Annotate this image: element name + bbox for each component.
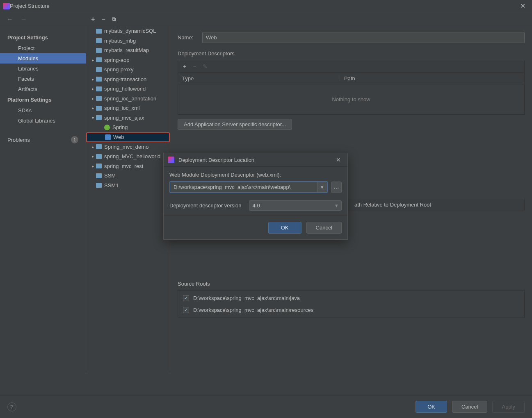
help-icon[interactable]: ?	[7, 402, 16, 411]
source-root-row[interactable]: ✓ D:\workspace\spring_mvc_ajax\src\main\…	[180, 292, 522, 304]
tree-item-ssm1[interactable]: ▸SSM1	[86, 181, 170, 191]
sidebar-item-libraries[interactable]: Libraries	[0, 64, 86, 74]
chevron-icon[interactable]: ▾	[89, 116, 96, 120]
folder-icon	[96, 173, 102, 178]
tree-item-label: Web	[113, 134, 124, 140]
back-icon[interactable]: ←	[7, 16, 13, 23]
col-type: Type	[178, 75, 340, 82]
dd-toolbar: + − ✎	[178, 60, 525, 72]
app-icon	[3, 3, 10, 9]
tree-item-label: spring_mvc_rest	[104, 163, 143, 169]
copy-icon[interactable]: ⧉	[112, 16, 116, 23]
tree-item-spring-mvc-ajax[interactable]: ▾spring_mvc_ajax	[86, 113, 170, 123]
tree-item-spring-mvc-helloworld[interactable]: ▸spring_MVC_helloworld	[86, 152, 170, 161]
forward-icon[interactable]: →	[21, 16, 27, 23]
dd-path-input[interactable]	[170, 182, 317, 192]
add-icon[interactable]: +	[91, 16, 95, 23]
tree-item-spring-ioc-annotation[interactable]: ▸spring_ioc_annotation	[86, 94, 170, 104]
cancel-button[interactable]: Cancel	[452, 401, 487, 413]
folder-icon	[96, 115, 102, 120]
ok-button[interactable]: OK	[416, 401, 447, 413]
version-select[interactable]: 4.0 ▾	[249, 200, 342, 211]
dialog-ok-button[interactable]: OK	[268, 222, 301, 234]
tree-item-label: spring-transaction	[104, 76, 146, 82]
tree-item-mybatis-dynamicsql[interactable]: ▸mybatis_dynamicSQL	[86, 26, 170, 36]
chevron-icon[interactable]: ▸	[89, 145, 96, 149]
folder-icon	[96, 106, 102, 111]
spring-icon	[104, 125, 110, 130]
dialog-titlebar: Deployment Descriptor Location ✕	[164, 153, 347, 167]
tree-item-label: spring-aop	[104, 57, 129, 63]
tree-item-spring-mvc-demo[interactable]: ▸Spring_mvc_demo	[86, 142, 170, 152]
dropdown-icon[interactable]: ▾	[317, 182, 327, 192]
tree-item-web[interactable]: ▸Web	[86, 132, 170, 142]
sidebar: Project Settings Project Modules Librari…	[0, 26, 86, 373]
dd-field-label: Web Module Deployment Descriptor (web.xm…	[169, 172, 342, 178]
app-icon	[168, 157, 174, 163]
tree-item-spring-aop[interactable]: ▸spring-aop	[86, 55, 170, 65]
dd-location-dialog: Deployment Descriptor Location ✕ Web Mod…	[163, 153, 348, 240]
dd-empty: Nothing to show	[178, 84, 525, 115]
tree-item-label: spring_mvc_ajax	[104, 115, 144, 121]
folder-icon	[96, 77, 102, 82]
sidebar-item-problems[interactable]: Problems 1	[0, 134, 86, 145]
name-label: Name:	[178, 34, 202, 41]
close-icon[interactable]: ✕	[517, 0, 529, 11]
sidebar-item-global-libs[interactable]: Global Libraries	[0, 116, 86, 126]
folder-icon	[96, 86, 102, 91]
tree-item-label: spring_ioc_annotation	[104, 95, 156, 102]
tree-item-label: spring_MVC_helloworld	[104, 153, 160, 159]
nav-arrows: ← →	[0, 16, 86, 23]
tree-item-ssm[interactable]: ▸SSM	[86, 171, 170, 181]
remove-icon[interactable]: −	[101, 16, 105, 23]
tree-item-spring-helloworld[interactable]: ▸spring_helloworld	[86, 84, 170, 94]
source-root-path: D:\workspace\spring_mvc_ajax\src\main\re…	[193, 307, 313, 313]
checkbox-icon[interactable]: ✓	[183, 295, 189, 301]
sidebar-item-modules[interactable]: Modules	[0, 53, 86, 64]
sidebar-item-artifacts[interactable]: Artifacts	[0, 84, 86, 94]
source-root-row[interactable]: ✓ D:\workspace\spring_mvc_ajax\src\main\…	[180, 304, 522, 316]
tree-item-spring-proxy[interactable]: ▸spring-proxy	[86, 65, 170, 75]
problems-badge: 1	[71, 136, 78, 143]
folder-icon	[96, 183, 102, 188]
toolbar: ← → + − ⧉	[0, 12, 532, 26]
tree-item-label: SSM	[104, 173, 116, 179]
dd-path-combo[interactable]: ▾	[169, 181, 328, 193]
folder-icon	[96, 96, 102, 101]
dialog-close-icon[interactable]: ✕	[333, 156, 343, 164]
project-settings-heading: Project Settings	[0, 32, 86, 43]
chevron-icon[interactable]: ▸	[89, 164, 96, 168]
checkbox-icon[interactable]: ✓	[183, 307, 189, 313]
dialog-cancel-button[interactable]: Cancel	[306, 222, 342, 234]
tree-item-spring[interactable]: ▸Spring	[86, 123, 170, 132]
tree-item-spring-mvc-rest[interactable]: ▸spring_mvc_rest	[86, 161, 170, 171]
platform-settings-heading: Platform Settings	[0, 94, 86, 105]
version-label: Deployment descriptor version	[169, 202, 242, 209]
sidebar-item-sdks[interactable]: SDKs	[0, 105, 86, 116]
tree-item-spring-ioc-xml[interactable]: ▸spring_ioc_xml	[86, 103, 170, 113]
dd-title: Deployment Descriptors	[178, 50, 525, 57]
chevron-icon[interactable]: ▸	[89, 96, 96, 101]
sidebar-item-project[interactable]: Project	[0, 43, 86, 53]
tree-item-label: mybatis_dynamicSQL	[104, 28, 156, 34]
sidebar-item-facets[interactable]: Facets	[0, 74, 86, 84]
tree-item-label: spring_ioc_xml	[104, 105, 140, 111]
tree-item-label: mybatis_mbg	[104, 38, 136, 44]
tree-item-mybatis-resultmap[interactable]: ▸mybatis_resultMap	[86, 45, 170, 55]
tree-item-mybatis-mbg[interactable]: ▸mybatis_mbg	[86, 36, 170, 46]
col-path-relative: ath Relative to Deployment Root	[350, 202, 435, 208]
folder-icon	[96, 144, 102, 149]
chevron-icon[interactable]: ▸	[89, 77, 96, 82]
dd-add-icon[interactable]: +	[183, 63, 186, 70]
folder-icon	[96, 29, 102, 34]
tree-item-spring-transaction[interactable]: ▸spring-transaction	[86, 75, 170, 84]
add-server-descriptor-button[interactable]: Add Application Server specific descript…	[178, 119, 292, 130]
browse-button[interactable]: …	[331, 182, 342, 193]
chevron-icon[interactable]: ▸	[89, 106, 96, 110]
chevron-icon[interactable]: ▸	[89, 154, 96, 159]
name-input[interactable]	[202, 32, 525, 43]
tree-item-label: Spring	[112, 124, 128, 130]
web-icon	[105, 134, 111, 140]
chevron-icon[interactable]: ▸	[89, 58, 96, 62]
chevron-icon[interactable]: ▸	[89, 86, 96, 91]
